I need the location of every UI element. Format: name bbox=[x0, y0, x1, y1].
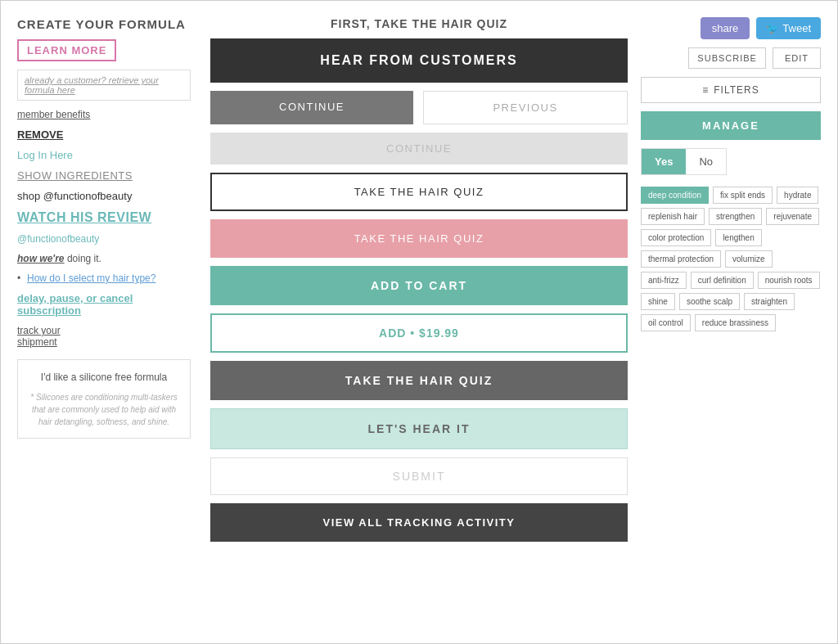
tag-straighten[interactable]: straighten bbox=[744, 293, 795, 310]
edit-button[interactable]: EDIT bbox=[773, 47, 821, 69]
continue-dark-button[interactable]: CONTINUE bbox=[210, 91, 413, 124]
watch-review-link[interactable]: WATCH HIS REVIEW bbox=[17, 210, 191, 225]
how-were-link[interactable]: how we're bbox=[17, 253, 65, 264]
tag-nourish-roots[interactable]: nourish roots bbox=[758, 272, 820, 289]
tag-anti-frizz[interactable]: anti-frizz bbox=[641, 272, 687, 289]
silicone-asterisk: * Silicones are conditioning multi-taske… bbox=[28, 391, 180, 428]
left-column: CREATE YOUR FORMULA LEARN MORE already a… bbox=[17, 17, 197, 627]
tag-rejuvenate[interactable]: rejuvenate bbox=[766, 208, 819, 225]
at-handle-link[interactable]: @functionofbeauty bbox=[17, 233, 191, 245]
tag-soothe-scalp[interactable]: soothe scalp bbox=[679, 293, 740, 310]
tag-shine[interactable]: shine bbox=[641, 293, 675, 310]
shop-handle-text: shop @functionofbeauty bbox=[17, 190, 191, 202]
take-quiz-white-button[interactable]: TAKE THE HAIR QUIZ bbox=[210, 173, 628, 211]
how-were-text: how we're doing it. bbox=[17, 253, 191, 264]
delay-link[interactable]: delay, pause, or cancel subscription bbox=[17, 292, 191, 317]
yes-no-toggle: Yes No bbox=[641, 148, 727, 175]
tag-deep-condition[interactable]: deep condition bbox=[641, 187, 709, 204]
take-quiz-dark-button[interactable]: TAKE THE HAIR QUIZ bbox=[210, 361, 628, 400]
tag-reduce-brassiness[interactable]: reduce brassiness bbox=[695, 314, 776, 331]
submit-button[interactable]: SUBMIT bbox=[210, 457, 628, 495]
tag-strengthen[interactable]: strengthen bbox=[709, 208, 762, 225]
no-button[interactable]: No bbox=[686, 149, 726, 174]
tag-curl-definition[interactable]: curl definition bbox=[691, 272, 754, 289]
right-column: share 🐦 Tweet SUBSCRIBE EDIT ≡ FILTERS M… bbox=[641, 17, 821, 627]
yes-button[interactable]: Yes bbox=[642, 149, 686, 174]
doing-it-text: doing it. bbox=[65, 253, 101, 264]
continue-light-button[interactable]: CONTINUE bbox=[210, 133, 628, 164]
tag-color-protection[interactable]: color protection bbox=[641, 229, 711, 246]
login-here-link[interactable]: Log In Here bbox=[17, 149, 191, 161]
tag-hydrate[interactable]: hydrate bbox=[777, 187, 818, 204]
subscribe-button[interactable]: SUBSCRIBE bbox=[688, 47, 766, 69]
continue-previous-row: CONTINUE PREVIOUS bbox=[210, 91, 628, 124]
subscribe-edit-row: SUBSCRIBE EDIT bbox=[641, 47, 821, 69]
learn-more-button[interactable]: LEARN MORE bbox=[17, 39, 116, 61]
show-ingredients-link[interactable]: SHOW INGREDIENTS bbox=[17, 169, 191, 182]
tag-lengthen[interactable]: lengthen bbox=[715, 229, 761, 246]
lets-hear-button[interactable]: LET'S HEAR IT bbox=[210, 408, 628, 449]
tweet-button[interactable]: 🐦 Tweet bbox=[756, 17, 821, 39]
silicone-free-box: I'd like a silicone free formula * Silic… bbox=[17, 359, 191, 439]
share-button[interactable]: share bbox=[701, 17, 750, 39]
track-shipment-link[interactable]: track yourshipment bbox=[17, 325, 191, 348]
member-benefits-link[interactable]: member benefits bbox=[17, 109, 191, 120]
add-price-button[interactable]: ADD • $19.99 bbox=[210, 313, 628, 353]
add-to-cart-button[interactable]: ADD TO CART bbox=[210, 266, 628, 305]
retrieve-formula-link[interactable]: already a customer? retrieve your formul… bbox=[17, 70, 191, 101]
first-take-header: FIRST, TAKE THE HAIR QUIZ bbox=[331, 17, 507, 30]
tag-oil-control[interactable]: oil control bbox=[641, 314, 691, 331]
hear-from-customers-button[interactable]: HEAR FROM CUSTOMERS bbox=[210, 38, 628, 83]
previous-button[interactable]: PREVIOUS bbox=[423, 91, 628, 124]
tags-grid: deep conditionfix split endshydratereple… bbox=[641, 187, 821, 331]
tag-volumize[interactable]: volumize bbox=[725, 250, 772, 268]
tag-replenish-hair[interactable]: replenish hair bbox=[641, 208, 705, 225]
create-formula-title: CREATE YOUR FORMULA bbox=[17, 17, 191, 31]
view-tracking-button[interactable]: VIEW ALL TRACKING ACTIVITY bbox=[210, 503, 628, 542]
silicone-free-text: I'd like a silicone free formula bbox=[28, 370, 180, 385]
faq-link[interactable]: How do I select my hair type? bbox=[17, 272, 191, 284]
remove-text[interactable]: REMOVE bbox=[17, 128, 191, 141]
tag-thermal-protection[interactable]: thermal protection bbox=[641, 250, 721, 268]
filter-icon: ≡ bbox=[702, 84, 709, 96]
middle-column: FIRST, TAKE THE HAIR QUIZ HEAR FROM CUST… bbox=[210, 17, 628, 627]
tag-fix-split-ends[interactable]: fix split ends bbox=[713, 187, 773, 204]
take-quiz-pink-button[interactable]: TAKE THE HAIR QUIZ bbox=[210, 219, 628, 258]
manage-button[interactable]: MANAGE bbox=[641, 111, 821, 140]
twitter-bird-icon: 🐦 bbox=[766, 22, 779, 34]
filters-button[interactable]: ≡ FILTERS bbox=[641, 77, 821, 103]
top-actions-row: share 🐦 Tweet bbox=[641, 17, 821, 39]
